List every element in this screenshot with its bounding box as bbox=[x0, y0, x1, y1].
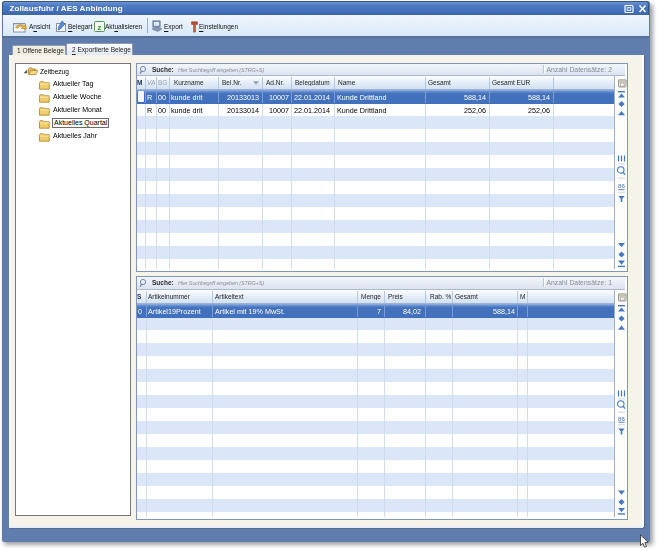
svg-text:z: z bbox=[97, 23, 101, 32]
svg-text:86: 86 bbox=[618, 182, 625, 189]
svg-text:86: 86 bbox=[618, 415, 625, 422]
